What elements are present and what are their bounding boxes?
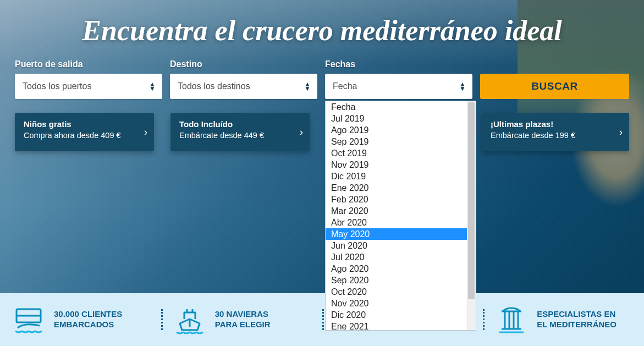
date-option[interactable]: Feb 2020 xyxy=(326,194,476,205)
label-dates: Fechas xyxy=(325,59,472,69)
promo-card-kids-free[interactable]: Niños gratis Compra ahora desde 409 € › xyxy=(15,113,154,151)
feature-clients: 30.000 CLIENTES EMBARCADOS xyxy=(0,306,161,333)
date-dropdown: FechaJul 2019Ago 2019Sep 2019Oct 2019Nov… xyxy=(325,101,476,331)
promo-title: Todo Incluído xyxy=(179,119,285,129)
search-bar: Puerto de salida Destino Fechas Todos lo… xyxy=(15,59,629,99)
search-button[interactable]: BUSCAR xyxy=(480,74,629,99)
date-option[interactable]: Abr 2020 xyxy=(326,217,476,228)
date-option[interactable]: Oct 2019 xyxy=(326,147,476,159)
date-option[interactable]: May 2020 xyxy=(326,228,476,240)
date-option[interactable]: Jun 2020 xyxy=(326,240,476,251)
feature-navieras: 30 NAVIERAS PARA ELEGIR xyxy=(161,305,322,334)
scrollbar[interactable] xyxy=(467,101,476,330)
promo-subtitle: Embárcate desde 449 € xyxy=(179,131,285,140)
date-option[interactable]: Dic 2019 xyxy=(326,171,476,182)
feature-line2: PARA ELEGIR xyxy=(215,320,271,330)
hero-title: Encuentra el crucero mediterráneo ideal xyxy=(0,14,644,47)
date-option[interactable]: Fecha xyxy=(326,101,476,113)
scrollbar-thumb[interactable] xyxy=(468,102,475,299)
feature-specialists: ESPECIALISTAS EN EL MEDITERRÁNEO xyxy=(483,305,644,334)
sort-icon: ▲▼ xyxy=(304,82,311,91)
date-select-value: Fecha xyxy=(333,81,357,91)
ticket-ship-icon xyxy=(13,306,44,333)
promo-row: Niños gratis Compra ahora desde 409 € › … xyxy=(15,113,629,151)
port-select[interactable]: Todos los puertos ▲▼ xyxy=(15,74,162,99)
date-option[interactable]: Nov 2020 xyxy=(326,298,476,309)
promo-subtitle: Compra ahora desde 409 € xyxy=(24,131,130,140)
feature-line2: EMBARCADOS xyxy=(54,320,122,330)
date-dropdown-list[interactable]: FechaJul 2019Ago 2019Sep 2019Oct 2019Nov… xyxy=(326,101,476,330)
feature-line2: EL MEDITERRÁNEO xyxy=(537,320,617,330)
sort-icon: ▲▼ xyxy=(459,82,466,91)
chevron-right-icon: › xyxy=(144,127,147,138)
destination-select[interactable]: Todos los destinos ▲▼ xyxy=(170,74,317,99)
feature-line1: ESPECIALISTAS EN xyxy=(537,309,617,320)
column-icon xyxy=(496,305,527,334)
destination-select-value: Todos los destinos xyxy=(178,81,250,91)
date-option[interactable]: Ene 2021 xyxy=(326,321,476,330)
sort-icon: ▲▼ xyxy=(149,82,156,91)
date-option[interactable]: Nov 2019 xyxy=(326,159,476,171)
date-option[interactable]: Ago 2020 xyxy=(326,263,476,274)
promo-title: Niños gratis xyxy=(24,119,130,129)
date-option[interactable]: Sep 2020 xyxy=(326,274,476,286)
label-port: Puerto de salida xyxy=(15,59,162,69)
promo-title: ¡Ultimas plazas! xyxy=(491,119,605,129)
promo-card-all-inclusive[interactable]: Todo Incluído Embárcate desde 449 € › xyxy=(170,113,310,151)
date-option[interactable]: Jul 2020 xyxy=(326,251,476,263)
date-option[interactable]: Ago 2019 xyxy=(326,124,476,136)
feature-line1: 30.000 CLIENTES xyxy=(54,309,122,320)
chevron-right-icon: › xyxy=(619,127,623,138)
chevron-right-icon: › xyxy=(300,127,303,138)
date-option[interactable]: Mar 2020 xyxy=(326,205,476,217)
promo-card-last-places[interactable]: ¡Ultimas plazas! Embárcate desde 199 € › xyxy=(482,113,629,151)
date-option[interactable]: Sep 2019 xyxy=(326,136,476,147)
label-destination: Destino xyxy=(170,59,317,69)
ship-icon xyxy=(174,305,205,334)
date-select[interactable]: Fecha ▲▼ xyxy=(325,74,472,99)
date-option[interactable]: Jul 2019 xyxy=(326,113,476,124)
date-option[interactable]: Ene 2020 xyxy=(326,182,476,194)
feature-line1: 30 NAVIERAS xyxy=(215,309,271,320)
date-option[interactable]: Dic 2020 xyxy=(326,309,476,321)
promo-subtitle: Embárcate desde 199 € xyxy=(491,131,605,140)
port-select-value: Todos los puertos xyxy=(23,81,91,91)
hero: Encuentra el crucero mediterráneo ideal … xyxy=(0,0,644,346)
date-option[interactable]: Oct 2020 xyxy=(326,286,476,298)
features-bar: 30.000 CLIENTES EMBARCADOS 30 NAVIERAS P… xyxy=(0,293,644,346)
